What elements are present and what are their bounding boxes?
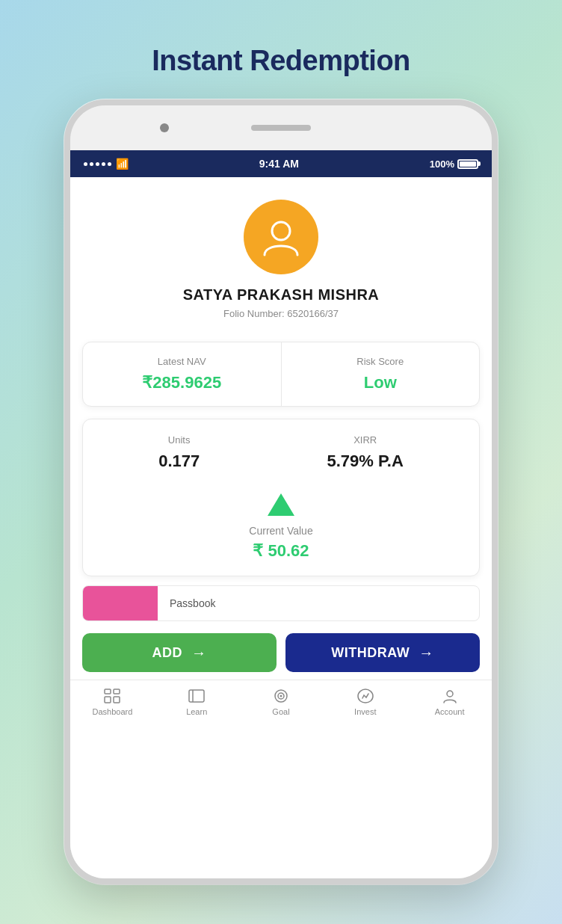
current-value-section: Current Value ₹ 50.62 xyxy=(95,486,467,561)
nav-label-learn: Learn xyxy=(186,707,207,716)
side-button-left2 xyxy=(64,285,66,315)
phone-content: SATYA PRAKASH MISHRA Folio Number: 65201… xyxy=(70,177,492,878)
avatar xyxy=(244,200,318,274)
units-row: Units 0.177 XIRR 5.79% P.A xyxy=(95,434,467,471)
dashboard-icon xyxy=(103,688,121,704)
units-card: Units 0.177 XIRR 5.79% P.A Current Value… xyxy=(82,419,480,576)
svg-rect-1 xyxy=(105,689,111,694)
svg-rect-4 xyxy=(114,697,120,703)
add-label: ADD xyxy=(152,645,183,661)
avatar-section: SATYA PRAKASH MISHRA Folio Number: 65201… xyxy=(70,177,492,334)
side-button-right xyxy=(496,262,498,307)
passbook-tab xyxy=(83,586,158,620)
phone-frame: 📶 9:41 AM 100% SATYA PRAKASH MISHRA Foli… xyxy=(64,99,498,884)
nav-label-dashboard: Dashboard xyxy=(92,707,132,716)
units-value: 0.177 xyxy=(158,452,200,471)
wifi-icon: 📶 xyxy=(116,158,129,170)
action-buttons: ADD → WITHDRAW → xyxy=(82,633,480,672)
nav-item-dashboard[interactable]: Dashboard xyxy=(70,688,155,716)
withdraw-label: WITHDRAW xyxy=(331,645,410,661)
svg-rect-2 xyxy=(114,689,120,694)
stats-card: Latest NAV ₹285.9625 Risk Score Low xyxy=(82,342,480,407)
battery-percent: 100% xyxy=(430,158,454,170)
add-arrow-icon: → xyxy=(191,644,207,662)
nav-item-account[interactable]: Account xyxy=(407,688,492,716)
battery-fill xyxy=(460,161,476,167)
goal-icon xyxy=(272,688,290,704)
side-button-left1 xyxy=(64,240,66,270)
withdraw-button[interactable]: WITHDRAW → xyxy=(285,633,480,672)
passbook-row[interactable]: Passbook xyxy=(82,585,480,621)
account-icon xyxy=(441,688,459,704)
phone-bezel-top xyxy=(70,105,492,150)
dot1 xyxy=(84,162,87,166)
user-name: SATYA PRAKASH MISHRA xyxy=(183,286,380,304)
bottom-nav: Dashboard Learn Goal xyxy=(70,680,492,728)
svg-point-9 xyxy=(280,695,282,697)
risk-value: Low xyxy=(364,373,397,392)
dot4 xyxy=(102,162,105,166)
learn-icon xyxy=(188,688,206,704)
svg-point-10 xyxy=(447,691,453,697)
nav-item-goal[interactable]: Goal xyxy=(239,688,324,716)
risk-label: Risk Score xyxy=(356,356,404,367)
battery-bar xyxy=(457,159,478,169)
speaker xyxy=(251,125,311,131)
dot5 xyxy=(108,162,111,166)
nav-label-account: Account xyxy=(435,707,465,716)
xirr-item: XIRR 5.79% P.A xyxy=(327,434,404,471)
nav-item-invest[interactable]: Invest xyxy=(323,688,407,716)
current-value: ₹ 50.62 xyxy=(253,541,309,561)
passbook-label: Passbook xyxy=(158,597,227,609)
add-button[interactable]: ADD → xyxy=(82,633,277,672)
dot2 xyxy=(90,162,93,166)
trend-up-icon xyxy=(268,493,294,516)
folio-number: Folio Number: 6520166/37 xyxy=(223,308,339,319)
units-label: Units xyxy=(168,434,191,446)
status-right: 100% xyxy=(430,158,478,170)
xirr-value: 5.79% P.A xyxy=(327,452,404,471)
nav-value: ₹285.9625 xyxy=(142,373,221,392)
svg-rect-5 xyxy=(189,690,204,702)
nav-label-invest: Invest xyxy=(354,707,376,716)
status-left: 📶 xyxy=(84,158,129,170)
signal-dots xyxy=(84,162,111,166)
status-time: 9:41 AM xyxy=(259,158,299,170)
svg-rect-3 xyxy=(105,697,111,703)
nav-label-goal: Goal xyxy=(272,707,289,716)
nav-label: Latest NAV xyxy=(158,356,206,367)
dot3 xyxy=(96,162,99,166)
camera xyxy=(160,123,169,132)
svg-point-0 xyxy=(272,222,290,240)
page-title: Instant Redemption xyxy=(152,45,410,77)
units-item: Units 0.177 xyxy=(158,434,200,471)
current-value-label: Current Value xyxy=(249,525,312,537)
status-bar: 📶 9:41 AM 100% xyxy=(70,150,492,177)
withdraw-arrow-icon: → xyxy=(419,644,434,662)
user-avatar-icon xyxy=(260,216,302,258)
nav-stat: Latest NAV ₹285.9625 xyxy=(83,342,282,406)
risk-stat: Risk Score Low xyxy=(282,342,480,406)
xirr-label: XIRR xyxy=(353,434,377,446)
invest-icon xyxy=(356,688,374,704)
nav-item-learn[interactable]: Learn xyxy=(155,688,239,716)
